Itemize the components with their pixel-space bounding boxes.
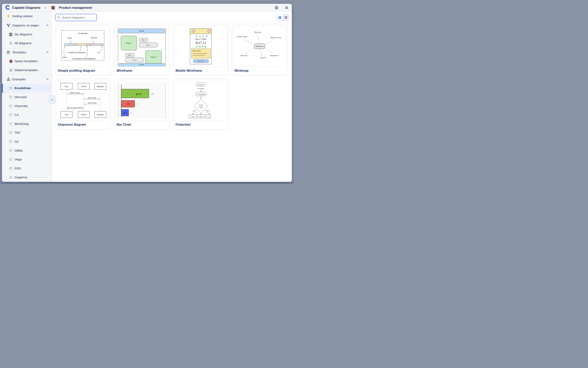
sidebar-item-tikz[interactable]: TikZ <box>2 128 52 137</box>
sidebar-item-label: TikZ <box>15 131 21 134</box>
diagram-label: Server <box>81 114 86 116</box>
sidebar-item-d2[interactable]: D2 <box>2 137 52 146</box>
sidebar-item-label: Getting started <box>12 14 33 18</box>
sidebar-item-blockdiag[interactable]: BlockDiag <box>2 120 52 129</box>
diagram-label: Fetch <box>63 56 67 58</box>
diagram-label: Image 2 <box>151 56 156 58</box>
backdrop-left <box>0 182 24 184</box>
sidebar-item-all-diagrams[interactable]: All diagrams <box>2 39 52 48</box>
close-button[interactable] <box>284 5 289 10</box>
diagram-label: Laptop <box>191 116 195 118</box>
sidebar-item-global-templates[interactable]: Global templates <box>2 66 52 75</box>
list-icon <box>284 16 288 19</box>
lightbulb-icon <box>6 14 10 18</box>
diagram-card-flowchart[interactable]: Christmas Get money Go shopping Let me t… <box>173 79 228 129</box>
collapse-icon <box>50 98 54 101</box>
diagram-card-mindmap[interactable]: Resources Blog Posts LinkedIn Groups Med… <box>232 25 287 75</box>
diagram-card-simple-profiling[interactable]: JavaScript Parse Execute <box>55 25 111 75</box>
gear-icon <box>274 5 279 10</box>
sidebar-section-label: Templates <box>12 51 26 54</box>
grid-view-button[interactable] <box>277 15 283 20</box>
sidebar-item-label: DBML <box>15 149 23 152</box>
sidebar-item-erd[interactable]: ERD <box>2 164 52 173</box>
search-input[interactable] <box>55 14 97 21</box>
toolbar <box>52 12 292 23</box>
page-title: Product management <box>59 6 92 9</box>
settings-button[interactable] <box>274 5 279 10</box>
diagram-preview: Resources Blog Posts LinkedIn Groups Med… <box>233 26 286 67</box>
diagram-card-sequence[interactable]: User Server Database User Server Databas… <box>55 79 111 129</box>
book-icon <box>6 50 10 54</box>
diagram-label: LinkedIn Groups <box>236 36 247 37</box>
diagram-label: Parse <box>67 37 72 39</box>
diagram-label: Text 1 <box>146 44 150 46</box>
template-item-icon <box>9 95 13 99</box>
diagram-preview: green red blue 8.5 2 1 <box>116 80 168 121</box>
diagram-card-bar-chart[interactable]: green red blue 8.5 2 1 Bar Chart <box>114 79 170 129</box>
diagram-label: you should buy it now! <box>192 55 205 56</box>
sidebar-item-label: Space templates <box>15 59 37 63</box>
template-item-icon <box>9 104 13 108</box>
list-view-button[interactable] <box>283 15 289 20</box>
sidebar-item-space-templates[interactable]: Space templates <box>2 57 52 66</box>
file-chart-icon <box>9 41 13 45</box>
diagram-label: Title 2 <box>128 54 132 56</box>
diagram-label: Execute <box>91 37 97 39</box>
sidebar-item-label: PlantUML <box>15 104 28 108</box>
diagram-preview: Header Image 1 Title 1 Text 1 Title 2 Te… <box>116 26 168 67</box>
sidebar-item-label: My diagrams <box>15 33 32 36</box>
sidebar-section-label: Examples <box>12 77 26 81</box>
diagram-label: Get money <box>198 88 204 90</box>
sidebar-item-excalidraw[interactable]: Excalidraw <box>2 84 52 93</box>
sidebar-section-diagrams-on-pages[interactable]: Diagrams on pages <box>2 21 52 30</box>
diagram-label: Car <box>207 116 209 118</box>
diagram-label: Return Data Response <box>67 107 83 109</box>
chevron-right-icon <box>44 6 47 9</box>
sidebar-item-mermaid[interactable]: Mermaid <box>2 93 52 102</box>
diagram-label: Database <box>97 85 104 88</box>
capable-diagrams-dialog: Capable Diagrams Product management <box>2 4 292 182</box>
diagram-label: ChatGPT <box>260 57 266 59</box>
sidebar-section-examples[interactable]: Examples <box>2 75 52 84</box>
sidebar-item-label: D2 <box>15 140 18 143</box>
template-item-icon <box>9 157 13 161</box>
diagram-label: Medium Articles <box>271 37 281 38</box>
template-item-icon <box>9 149 13 153</box>
diagram-label: Resources <box>256 45 264 47</box>
diagram-label: Two <box>200 113 202 115</box>
sidebar-item-my-diagrams[interactable]: My diagrams <box>2 30 52 39</box>
sidebar-collapse-button[interactable] <box>49 95 55 104</box>
sidebar-item-vega[interactable]: Vega <box>2 155 52 164</box>
sidebar-section-templates[interactable]: Templates <box>2 48 52 57</box>
diagram-label: Image 1 <box>126 42 132 44</box>
globe-icon <box>9 68 13 72</box>
sidebar-item-label: Excalidraw <box>15 86 31 90</box>
diagram-label: This is an amazing T-Shirt, <box>192 53 207 54</box>
sidebar-item-graphviz[interactable]: GraphViz <box>2 173 52 182</box>
bar-value: 2 <box>137 103 138 105</box>
sidebar-item-plantuml[interactable]: PlantUML <box>2 101 52 110</box>
diagram-label: User <box>65 85 69 88</box>
diagram-label: Footer <box>139 64 144 65</box>
space-doc-icon <box>51 5 55 10</box>
view-toggle <box>276 14 289 21</box>
chevron-up-icon <box>46 51 49 54</box>
sidebar-item-getting-started[interactable]: Getting started <box>2 12 52 21</box>
diagram-preview: JavaScript Parse Execute <box>56 26 109 67</box>
diagram-label: Re-optimize and Deoptimize <box>73 57 96 60</box>
app-name[interactable]: Capable Diagrams <box>12 6 40 9</box>
sidebar-item-label: All diagrams <box>15 41 32 45</box>
sidebar-item-label: C4 <box>15 113 18 117</box>
diagram-card-wireframe[interactable]: Header Image 1 Title 1 Text 1 Title 2 Te… <box>114 25 170 75</box>
boxes-icon <box>6 77 10 81</box>
diagram-label: Server <box>81 85 86 88</box>
sidebar-section-label: Diagrams on pages <box>12 24 39 27</box>
diagram-label: Three <box>207 110 210 112</box>
sidebar-item-label: Vega <box>15 158 22 161</box>
diagram-label: Request Data <box>70 92 80 94</box>
sidebar-item-dbml[interactable]: DBML <box>2 146 52 155</box>
sidebar-item-c4[interactable]: C4 <box>2 110 52 120</box>
close-icon <box>285 6 289 10</box>
diagram-label: Description <box>192 50 200 52</box>
diagram-card-mobile-wireframe[interactable]: Fancy T-Shirt $127.12 Description This i… <box>173 25 228 75</box>
